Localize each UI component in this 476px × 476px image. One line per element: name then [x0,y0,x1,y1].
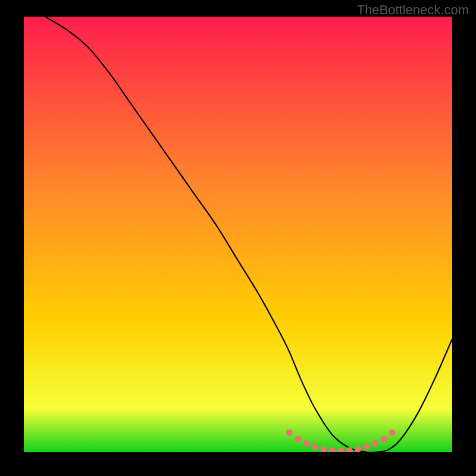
optimum-marker [380,436,387,443]
chart-plot-area [24,17,452,452]
optimum-marker [355,446,361,452]
optimum-marker [364,444,370,450]
optimum-marker [295,436,301,443]
optimum-marker [321,446,327,452]
optimum-marker [389,430,396,436]
gradient-background [24,17,452,452]
optimum-marker [372,440,378,447]
optimum-marker [312,444,318,450]
optimum-marker [286,430,293,436]
chart-svg [24,17,452,452]
optimum-marker [303,440,310,447]
watermark: TheBottleneck.com [357,2,469,18]
